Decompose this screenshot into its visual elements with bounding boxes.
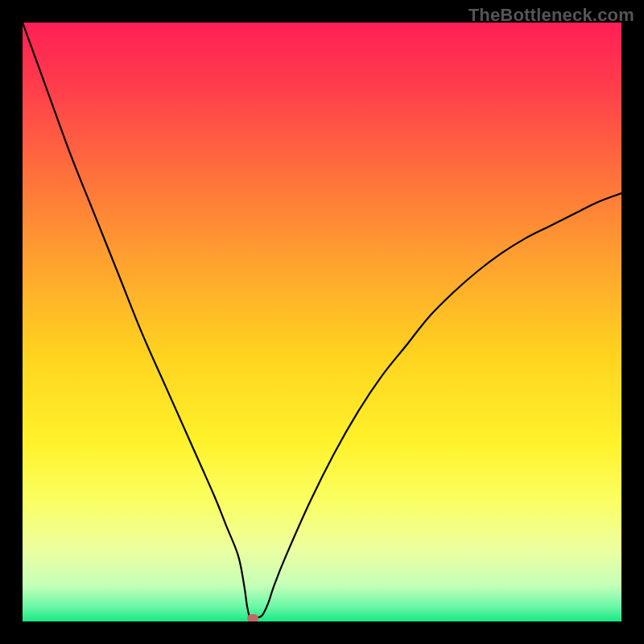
minimum-marker — [247, 614, 258, 621]
chart-frame: TheBottleneck.com — [0, 0, 644, 644]
plot-area — [23, 23, 621, 621]
watermark-label: TheBottleneck.com — [469, 5, 634, 26]
plot-svg — [23, 23, 621, 621]
gradient-background — [23, 23, 621, 621]
